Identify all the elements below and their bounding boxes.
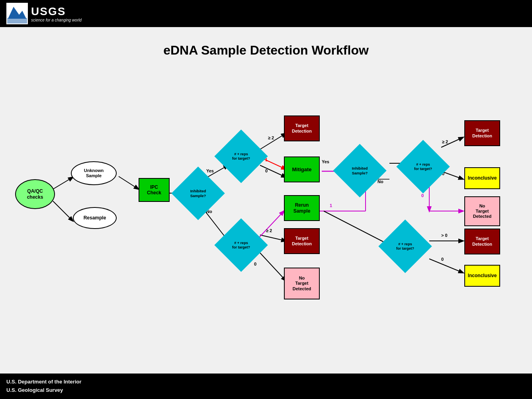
svg-text:≥ 2: ≥ 2 [266, 228, 272, 233]
no-target-detected-1-node: No Target Detected [464, 196, 500, 226]
mitigate-node: Mitigate [284, 156, 320, 182]
svg-line-28 [429, 259, 463, 273]
footer-line2: U.S. Geological Survey [6, 386, 526, 395]
workflow-diagram: ≥ 2 1 0 Yes No ≥ 2 0 0 No No 1 ≥ 2 0 1 >… [7, 70, 525, 340]
svg-text:Yes: Yes [322, 159, 329, 164]
svg-line-26 [324, 211, 389, 245]
ipc-check-node: IPC Check [139, 178, 170, 202]
qa-qc-node: QA/QC checks [15, 179, 55, 209]
no-target-detected-2-node: No Target Detected [284, 268, 320, 299]
logo-sub: science for a changing world [31, 18, 82, 22]
svg-rect-4 [7, 18, 27, 23]
reps-after-inhibited-node: # + reps for target? [396, 140, 450, 193]
usgs-logo-icon [6, 3, 28, 24]
svg-line-17 [441, 137, 463, 147]
footer-line1: U.S. Department of the Interior [6, 378, 526, 386]
svg-line-7 [119, 176, 139, 189]
page-title: eDNA Sample Detection Workflow [163, 43, 369, 58]
svg-line-5 [53, 177, 73, 189]
inconclusive-1-node: Inconclusive [464, 167, 500, 189]
logo-text: USGS [31, 5, 82, 18]
inhibited-sample-2-node: Inhibited Sample? [333, 144, 386, 197]
svg-text:0: 0 [265, 168, 268, 173]
svg-line-6 [53, 201, 73, 221]
unknown-sample-node: Unknown Sample [71, 161, 117, 185]
reps-rerun-node: # + reps for target? [378, 219, 432, 273]
footer: U.S. Department of the Interior U.S. Geo… [0, 374, 532, 399]
svg-line-23 [260, 235, 286, 241]
connector-lines: ≥ 2 1 0 Yes No ≥ 2 0 0 No No 1 ≥ 2 0 1 >… [7, 70, 525, 340]
rerun-sample-node: Rerun Sample [284, 195, 320, 221]
target-detection-1-node: Target Detection [284, 115, 320, 141]
inhibited-sample-1-node: Inhibited Sample? [171, 166, 225, 220]
svg-text:> 0: > 0 [441, 233, 448, 238]
svg-text:0: 0 [441, 257, 444, 262]
target-detection-2-node: Target Detection [464, 120, 500, 146]
target-detection-4-node: Target Detection [464, 229, 500, 254]
inconclusive-2-node: Inconclusive [464, 265, 500, 287]
reps-yes-node: # + reps for target? [214, 129, 268, 183]
main-content: eDNA Sample Detection Workflow [0, 27, 532, 374]
svg-line-24 [260, 253, 286, 281]
svg-line-13 [260, 165, 286, 177]
svg-text:Yes: Yes [206, 168, 214, 173]
svg-line-18 [441, 171, 463, 179]
resample-node: Resample [73, 207, 117, 229]
header: USGS science for a changing world [0, 0, 532, 27]
logo-box: USGS science for a changing world [6, 3, 82, 24]
svg-text:≥ 2: ≥ 2 [442, 139, 448, 144]
svg-line-11 [260, 133, 286, 149]
svg-text:1: 1 [330, 203, 332, 208]
svg-text:≥ 2: ≥ 2 [268, 135, 274, 140]
target-detection-3-node: Target Detection [284, 228, 320, 254]
reps-no-node: # + reps for target? [214, 218, 268, 272]
svg-text:0: 0 [421, 193, 424, 198]
